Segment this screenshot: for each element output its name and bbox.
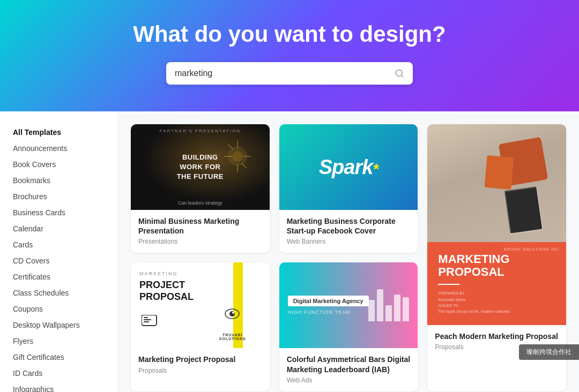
- template-card-2[interactable]: Spark* MARKETING SOLUTIONS Marketing Bus…: [279, 124, 418, 253]
- card-image-5: Digital Marketing Agency HIGH FUNCTION T…: [279, 262, 418, 348]
- sidebar-item-gift-certificates[interactable]: Gift Certificates: [0, 349, 117, 365]
- card-title-3: Peach Modern Marketing Proposal: [435, 331, 559, 341]
- svg-point-16: [232, 312, 234, 314]
- sidebar-item-brochures[interactable]: Brochures: [0, 189, 117, 205]
- card-title-1: Minimal Business Marketing Presentation: [138, 216, 262, 236]
- header: What do you want to design?: [0, 0, 579, 111]
- card-image-2: Spark* MARKETING SOLUTIONS: [279, 124, 418, 210]
- watermark: 璨耐跨境合作社: [519, 344, 579, 360]
- svg-rect-12: [144, 319, 151, 320]
- sidebar-item-bookmarks[interactable]: Bookmarks: [0, 172, 117, 189]
- svg-point-3: [232, 151, 243, 162]
- card-body-5: Colorful Asymmetrical Bars Digital Marke…: [279, 348, 418, 391]
- sidebar-item-coupons[interactable]: Coupons: [0, 301, 117, 317]
- sidebar-item-cd-covers[interactable]: CD Covers: [0, 253, 117, 269]
- card-body-2: Marketing Business Corporate Start-up Fa…: [279, 210, 418, 253]
- template-card-5[interactable]: Digital Marketing Agency HIGH FUNCTION T…: [279, 262, 418, 391]
- template-card-1[interactable]: PARTNER'S PRESENTATION BUILDINGWORK FORT…: [131, 124, 270, 253]
- page-title: What do you want to design?: [11, 21, 568, 47]
- sidebar-item-announcements[interactable]: Announcements: [0, 140, 117, 156]
- search-bar: [166, 62, 413, 85]
- card-image-1: PARTNER'S PRESENTATION BUILDINGWORK FORT…: [131, 124, 270, 210]
- svg-line-1: [401, 75, 403, 77]
- proposal-company: BRIGHT SOLUTIONS INC.: [504, 247, 561, 251]
- content-area: PARTNER'S PRESENTATION BUILDINGWORK FORT…: [118, 111, 579, 392]
- card-body-4: Marketing Project Proposal Proposals: [131, 348, 270, 381]
- chat-icon: [142, 315, 161, 331]
- svg-line-8: [228, 145, 233, 149]
- sidebar-item-certificates[interactable]: Certificates: [0, 269, 117, 285]
- card-title-5: Colorful Asymmetrical Bars Digital Marke…: [287, 355, 411, 374]
- card-category-5: Web Ads: [287, 376, 411, 384]
- svg-line-9: [242, 163, 247, 168]
- sidebar-item-book-covers[interactable]: Book Covers: [0, 156, 117, 172]
- template-card-4[interactable]: MARKETING PROJECTPROPOSAL TRUVARISOLUTIO…: [131, 262, 270, 391]
- card-image-3-bottom: BRIGHT SOLUTIONS INC. MARKETINGPROPOSAL …: [427, 242, 566, 325]
- sidebar: All Templates Announcements Book Covers …: [0, 111, 118, 392]
- sidebar-item-flyers[interactable]: Flyers: [0, 333, 117, 349]
- card-image-3-top: [427, 124, 566, 242]
- watermark-text: 璨耐跨境合作社: [526, 348, 571, 356]
- search-icon: [395, 69, 404, 78]
- card-body-1: Minimal Business Marketing Presentation …: [131, 210, 270, 253]
- svg-rect-13: [144, 321, 149, 322]
- card-title-2: Marketing Business Corporate Start-up Fa…: [287, 216, 411, 236]
- sidebar-item-desktop-wallpapers[interactable]: Desktop Wallpapers: [0, 317, 117, 333]
- card-title-4: Marketing Project Proposal: [138, 355, 262, 364]
- card-image-4: MARKETING PROJECTPROPOSAL TRUVARISOLUTIO…: [131, 262, 270, 348]
- svg-rect-11: [144, 317, 148, 318]
- eye-icon: [225, 308, 240, 319]
- template-grid: PARTNER'S PRESENTATION BUILDINGWORK FORT…: [131, 124, 566, 392]
- sparkle-decoration: [221, 135, 254, 178]
- svg-point-15: [229, 311, 235, 316]
- sidebar-item-cards[interactable]: Cards: [0, 237, 117, 253]
- card-category-2: Web Banners: [287, 238, 411, 245]
- sidebar-item-all-templates[interactable]: All Templates: [0, 124, 117, 140]
- sidebar-item-calendar[interactable]: Calendar: [0, 221, 117, 237]
- card-category-4: Proposals: [138, 367, 262, 374]
- card-category-1: Presentations: [138, 238, 262, 245]
- search-input[interactable]: [175, 69, 395, 78]
- sidebar-item-business-cards[interactable]: Business Cards: [0, 205, 117, 221]
- main-layout: All Templates Announcements Book Covers …: [0, 111, 579, 392]
- sidebar-item-class-schedules[interactable]: Class Schedules: [0, 285, 117, 301]
